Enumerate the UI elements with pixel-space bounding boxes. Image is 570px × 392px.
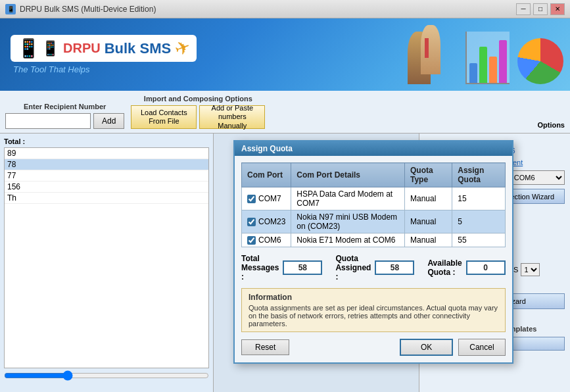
paste-numbers-button[interactable]: Add or Paste numbers Manually [199,105,265,129]
load-contacts-button[interactable]: Load Contacts From File [131,105,197,129]
modal-title: Assign Quota [235,141,512,156]
list-item: Th [5,193,208,204]
assign-quota-dialog: Assign Quota Com Port Com Port Details Q… [233,140,513,364]
info-title: Information [249,293,498,302]
quota-type-cell: Manual [405,210,452,233]
comport-value: COM23 [258,217,285,226]
logo-bulk: Bulk SMS [105,40,171,57]
quota-table-row[interactable]: COM6 Nokia E71 Modem at COM6 Manual 55 [242,233,506,247]
window-title: DRPU Bulk SMS (Multi-Device Edition) [20,5,156,14]
center-area: Assign Quota Com Port Com Port Details Q… [214,134,419,392]
col-quota-type: Quota Type [405,163,452,187]
scroll-bar[interactable] [4,371,209,380]
comport-value: COM7 [258,194,281,203]
options-section: Options [537,121,565,129]
retry-select[interactable]: 123 [521,263,540,276]
list-item: 77 [5,170,208,182]
modal-cancel-button[interactable]: Cancel [458,339,505,356]
quota-assigned-label: Quota Assigned : [335,254,371,282]
header-graphics [399,18,570,91]
quota-table-row[interactable]: COM23 Nokia N97 mini USB Modem on (COM23… [242,210,506,233]
comport-checkbox[interactable] [247,195,256,203]
col-details: Com Port Details [291,163,405,187]
quota-type-cell: Manual [405,187,452,210]
total-messages-input[interactable] [283,260,322,275]
logo-arrow-icon: ✈ [172,36,193,61]
close-button[interactable]: ✕ [550,3,565,15]
add-button[interactable]: Add [93,113,124,129]
list-item: 78 [5,159,208,170]
available-quota-input[interactable] [466,260,506,275]
comport-checkbox[interactable] [247,218,256,226]
minimize-button[interactable]: ─ [516,3,531,15]
list-item: 89 [5,148,208,159]
comport-checkbox[interactable] [247,236,256,245]
main-content: Total : 89 78 77 156 Th Assign Quota [0,134,570,392]
number-list: 89 78 77 156 Th [4,147,209,368]
left-panel: Total : 89 78 77 156 Th [0,134,214,392]
maximize-button[interactable]: □ [533,3,548,15]
options-header: Options [537,121,565,129]
totals-row: Total Messages : Quota Assigned : Availa… [241,254,506,282]
title-bar: 📱 DRPU Bulk SMS (Multi-Device Edition) ─… [0,0,570,18]
total-messages-label: Total Messages : [241,254,279,282]
comport-cell: COM6 [242,233,291,247]
top-bar: Enter Recipient Number Add Import and Co… [0,91,570,134]
recipient-input[interactable] [5,113,91,129]
modal-buttons: Reset OK Cancel [241,339,506,356]
app-icon: 📱 [5,4,16,14]
recipient-section: Enter Recipient Number Add [5,103,124,129]
quota-type-cell: Manual [405,233,452,247]
import-section: Import and Composing Options Load Contac… [131,95,265,129]
total-label: Total : [4,137,209,145]
quota-assigned-input[interactable] [375,260,414,275]
assign-quota-cell: 5 [452,210,505,233]
list-item: 156 [5,182,208,193]
available-quota-label: Available Quota : [427,258,462,277]
modal-reset-button[interactable]: Reset [241,339,289,355]
tagline: The Tool That Helps [13,64,197,74]
details-cell: Nokia E71 Modem at COM6 [291,233,405,247]
col-assign: Assign Quota [452,163,505,187]
assign-quota-cell: 15 [452,187,505,210]
col-comport: Com Port [242,163,291,187]
modal-overlay: Assign Quota Com Port Com Port Details Q… [214,134,419,392]
header-banner: 📱 📱 DRPU Bulk SMS ✈ The Tool That Helps [0,18,570,91]
logo-drpu: DRPU [63,41,101,56]
info-text: Quota assignments are set as per ideal c… [249,304,498,328]
assign-quota-cell: 55 [452,233,505,247]
comport-value: COM6 [258,235,281,245]
modal-ok-button[interactable]: OK [400,339,453,356]
comport-cell: COM23 [242,210,291,233]
recipient-label: Enter Recipient Number [5,103,124,110]
info-section: Information Quota assignments are set as… [241,288,506,332]
comport-cell: COM7 [242,187,291,210]
details-cell: Nokia N97 mini USB Modem on (COM23) [291,210,405,233]
details-cell: HSPA Data Card Modem at COM7 [291,187,405,210]
import-label: Import and Composing Options [131,95,265,103]
quota-table-row[interactable]: COM7 HSPA Data Card Modem at COM7 Manual… [242,187,506,210]
quota-table: Com Port Com Port Details Quota Type Ass… [241,162,506,247]
